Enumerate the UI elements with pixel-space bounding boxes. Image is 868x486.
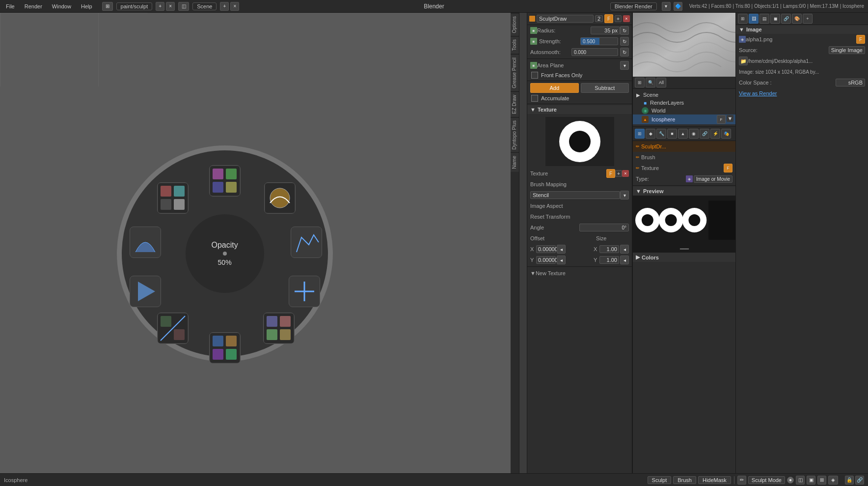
add-scene-icon[interactable]: + — [220, 2, 229, 11]
add-workspace-icon[interactable]: + — [156, 2, 164, 11]
image-file-name[interactable]: alpha1.png — [746, 36, 856, 42]
scene-label[interactable]: Scene — [192, 2, 217, 10]
x-offset-value[interactable]: 0.00000 — [536, 245, 556, 253]
tab-name[interactable]: Name — [511, 152, 519, 172]
engine-icon[interactable]: ▾ — [662, 2, 671, 11]
f-badge[interactable]: F — [604, 14, 613, 23]
radial-seg-top-right[interactable] — [264, 182, 296, 214]
prop-icon-4[interactable]: ■ — [667, 129, 677, 139]
radius-icon-btn[interactable]: ↻ — [620, 26, 629, 35]
close-workspace-icon[interactable]: × — [166, 2, 175, 11]
y-size-icon[interactable]: ◂ — [620, 256, 629, 264]
area-plane-label[interactable]: Area Plane — [537, 62, 620, 68]
mode-icon-4[interactable]: ⊞ — [817, 476, 826, 485]
tab-options[interactable]: Options — [511, 13, 519, 36]
texture-prop-label[interactable]: Texture — [641, 165, 724, 171]
scene-item[interactable]: ▶ Scene — [633, 91, 735, 99]
radial-seg-left-bottom[interactable] — [130, 276, 161, 307]
y-offset-value[interactable]: 0.00000 — [536, 256, 556, 264]
tab-tools[interactable]: Tools — [511, 36, 519, 54]
right-btn6[interactable]: 🎨 — [792, 14, 802, 24]
new-texture-text[interactable]: New Texture — [536, 270, 629, 276]
radius-value[interactable]: 35 px — [591, 27, 620, 34]
close-scene-icon[interactable]: × — [230, 2, 239, 11]
colors-header[interactable]: ▶ Colors — [633, 253, 735, 262]
icon1[interactable]: ◫ — [178, 2, 189, 11]
strength-slider[interactable]: 0.500 — [580, 37, 618, 45]
texture-plus-btn[interactable]: + — [615, 170, 622, 177]
sculpt-dr-label[interactable]: SculptDr... — [641, 143, 732, 149]
radial-seg-top[interactable] — [209, 165, 241, 197]
prop-icon-9[interactable]: 🎭 — [721, 129, 731, 139]
radial-seg-right-top[interactable] — [291, 227, 322, 258]
reset-transform-label[interactable]: Reset Transform — [530, 214, 629, 220]
texture-f-prop[interactable]: F — [724, 164, 732, 172]
autosmooth-slider[interactable]: 0.000 — [571, 48, 618, 56]
right-btn3[interactable]: ▤ — [760, 14, 769, 24]
br-icon-1[interactable]: 🔒 — [845, 476, 854, 485]
strength-icon-btn[interactable]: ↻ — [620, 37, 629, 46]
radial-seg-left-top[interactable] — [130, 227, 161, 258]
menu-window[interactable]: Window — [50, 2, 73, 10]
x-icon[interactable]: ◂ — [557, 245, 566, 254]
view-btn[interactable]: ⊞ — [635, 78, 645, 87]
x-size-value[interactable]: 1.00 — [599, 245, 619, 253]
tab-dyntopo-plus[interactable]: Dyntopo Plus — [511, 117, 519, 152]
viewport[interactable]: Opacity 50% — [0, 13, 511, 473]
radial-seg-right-bottom[interactable] — [289, 276, 320, 307]
search-btn[interactable]: 🔍 — [646, 78, 655, 87]
stencil-expand[interactable]: ▾ — [620, 191, 629, 200]
autosmooth-icon-btn[interactable]: ↻ — [620, 48, 629, 57]
world-item[interactable]: ◉ World — [633, 107, 735, 114]
menu-file[interactable]: File — [4, 2, 17, 10]
close-panel[interactable]: × — [623, 15, 630, 22]
radial-seg-bottom-right[interactable] — [263, 313, 295, 344]
prop-icon-7[interactable]: 🔗 — [700, 129, 709, 139]
right-btn5[interactable]: 🔗 — [781, 14, 791, 24]
add-button[interactable]: Add — [530, 83, 579, 93]
texture-header[interactable]: ▼ Texture — [527, 105, 632, 114]
hidemask-btn[interactable]: HideMask — [698, 476, 731, 484]
menu-help[interactable]: Help — [79, 2, 94, 10]
y-icon[interactable]: ◂ — [557, 256, 566, 264]
br-icon-2[interactable]: 🔗 — [855, 476, 864, 485]
panel-number[interactable]: 2 — [595, 15, 603, 22]
prop-icon-8[interactable]: ⚡ — [710, 129, 720, 139]
brush-label[interactable]: Brush — [641, 154, 732, 160]
panel-name[interactable]: SculptDraw — [537, 15, 594, 23]
icosphere-item[interactable]: ▲ Icosphere F ▼ — [633, 114, 735, 124]
texture-f-btn[interactable]: F — [606, 169, 615, 178]
tab-grease-pencil[interactable]: Grease Pencil — [511, 54, 519, 91]
radial-seg-top-left[interactable] — [157, 182, 189, 214]
add-btn-panel[interactable]: + — [615, 15, 622, 22]
radial-seg-bottom-left[interactable] — [157, 313, 189, 344]
sculpt-btn[interactable]: Sculpt — [648, 476, 672, 484]
frm-btn[interactable]: ◈ — [828, 476, 838, 485]
ico-filter-icon[interactable]: ▼ — [727, 115, 733, 122]
prop-icon-5[interactable]: ▲ — [678, 129, 688, 139]
brush-btn[interactable]: Brush — [673, 476, 696, 484]
menu-render[interactable]: Render — [23, 2, 44, 10]
sculpt-mode-selector[interactable]: Sculpt Mode — [748, 476, 785, 484]
mode-circle-icon[interactable]: ● — [787, 477, 794, 484]
x-size-icon[interactable]: ◂ — [620, 245, 629, 254]
preview-header[interactable]: ▼ Preview — [633, 187, 735, 196]
engine-label[interactable]: Blender Render — [610, 2, 657, 10]
mode-label[interactable]: paint/sculpt — [116, 2, 153, 10]
y-size-value[interactable]: 1.00 — [599, 256, 619, 264]
right-btn7[interactable]: + — [803, 14, 813, 24]
layout-icon[interactable]: ⊞ — [102, 2, 113, 11]
tab-ez-draw[interactable]: EZ Draw — [511, 91, 519, 117]
area-plane-expand[interactable]: ▾ — [620, 61, 629, 70]
file-icon[interactable]: 📁 — [739, 57, 748, 65]
filepath-text[interactable]: /home/cdmj/Desktop/alpha1... — [748, 58, 865, 64]
texture-x-btn[interactable]: × — [622, 170, 629, 177]
image-aspect-label[interactable]: Image Aspect — [530, 203, 629, 209]
radial-menu[interactable]: Opacity 50% — [122, 150, 328, 357]
right-view-btn[interactable]: ⊞ — [738, 14, 748, 24]
prop-icon-2[interactable]: ◆ — [646, 129, 655, 139]
all-scenes-btn[interactable]: All — [656, 78, 666, 87]
right-img-btn[interactable]: 🖼 — [749, 14, 759, 24]
ico-f-btn[interactable]: F — [717, 115, 726, 124]
prop-icon-view[interactable]: ⊞ — [635, 129, 645, 139]
